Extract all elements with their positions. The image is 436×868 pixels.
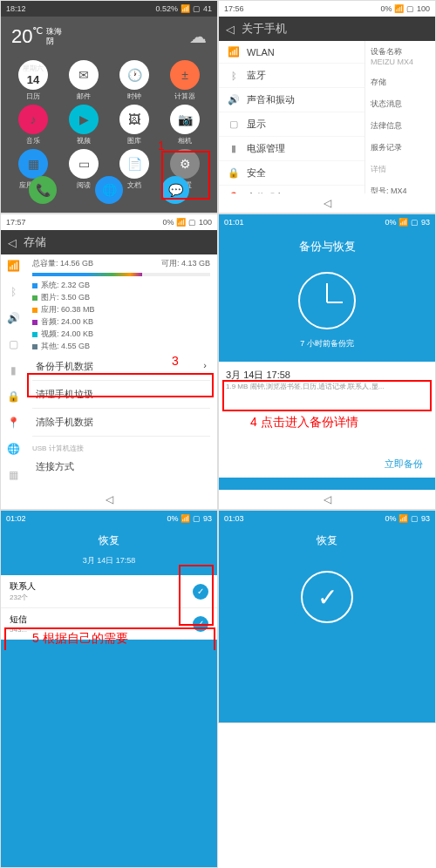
highlight-1: [161, 151, 210, 200]
about-details: 设备名称MEIZU MX4 存储状态消息法律信息服务记录 详情 型号: MX4 …: [365, 41, 435, 213]
annotation-5: 5 根据自己的需要: [32, 631, 128, 647]
item-power[interactable]: ▮电源管理: [219, 137, 364, 161]
restore-done: 01:030%📶 ▢93 恢复 ✓: [218, 510, 436, 723]
nav-bar[interactable]: ◁: [1, 490, 217, 509]
app-calendar[interactable]: 星期六14日历: [10, 60, 57, 101]
lock-icon: 🔒: [228, 167, 240, 179]
storage-legend: 系统: 2.32 GB图片: 3.50 GB应用: 60.38 MB音频: 24…: [32, 280, 210, 352]
status-bar: 17:560%📶 ▢100: [219, 1, 435, 17]
clock-icon: [298, 272, 356, 329]
volume-icon: 🔊: [228, 94, 240, 105]
wifi-icon: 📶: [228, 46, 240, 58]
bluetooth-icon: ᛒ: [228, 71, 240, 81]
storage-bar: [32, 273, 210, 276]
status-bar: 18:12 0.52%📶▢41: [1, 1, 217, 17]
phone-icon[interactable]: 📞: [29, 176, 57, 204]
app-calc[interactable]: ±计算器: [161, 60, 208, 101]
chevron-right-icon: ›: [203, 360, 207, 373]
backup-ago: 7 小时前备份完: [219, 338, 435, 349]
header: 备份与恢复: [219, 230, 435, 263]
app-mail[interactable]: ✉邮件: [60, 60, 107, 101]
item-bt[interactable]: ᛒ蓝牙: [219, 64, 364, 88]
browser-icon[interactable]: 🌐: [95, 176, 123, 204]
header: 恢复: [219, 526, 435, 555]
back-icon[interactable]: ◁: [226, 23, 235, 36]
battery-icon: ▮: [228, 143, 240, 154]
backup-now[interactable]: 立即备份: [219, 451, 435, 478]
highlight-4: [222, 380, 432, 411]
clock: 18:12: [6, 4, 26, 13]
item-sound[interactable]: 🔊声音和振动: [219, 88, 364, 112]
backup-screen: 01:010%📶 ▢93 备份与恢复 7 小时前备份完 3月 14日 17:58…: [218, 214, 436, 510]
header: ◁关于手机: [219, 17, 435, 41]
cloud-icon: ☁: [189, 26, 207, 47]
done-check-icon: ✓: [301, 571, 353, 623]
highlight-3: [27, 373, 214, 397]
display-icon: ▢: [228, 119, 240, 130]
storage-screen: 17:570%📶 ▢100 ◁存储 📶ᛒ🔊▢▮🔒📍🌐▦✋ⓘ 总容量: 14.56…: [0, 214, 218, 510]
app-clock[interactable]: 🕐时钟: [111, 60, 158, 101]
settings-about: 17:560%📶 ▢100 ◁关于手机 📶WLAN ᛒ蓝牙 🔊声音和振动 ▢显示…: [218, 0, 436, 214]
nav-bar[interactable]: ◁: [219, 490, 435, 509]
erase-data[interactable]: 清除手机数据: [32, 409, 210, 437]
item-wlan[interactable]: 📶WLAN: [219, 41, 364, 64]
nav-bar[interactable]: ◁: [219, 193, 435, 213]
home-screen: 18:12 0.52%📶▢41 20℃ 珠海阴 ☁ 星期六14日历 ✉邮件 🕐时…: [0, 0, 218, 214]
highlight-5a: [179, 565, 214, 626]
icon-rail: 📶ᛒ🔊▢▮🔒📍🌐▦✋ⓘ: [1, 254, 25, 509]
weather-widget[interactable]: 20℃ 珠海阴 ☁: [1, 17, 217, 57]
annotation-3: 3: [172, 354, 179, 368]
app-gallery[interactable]: 🖼图库: [111, 105, 158, 146]
connect-mode[interactable]: 连接方式: [32, 453, 210, 480]
item-security[interactable]: 🔒安全: [219, 161, 364, 186]
header: 恢复: [1, 526, 217, 555]
app-camera[interactable]: 📷相机: [161, 105, 208, 146]
app-video[interactable]: ▶视频: [60, 105, 107, 146]
wifi-icon: 📶: [181, 4, 190, 13]
item-display[interactable]: ▢显示: [219, 112, 364, 137]
annotation-1: 1: [158, 139, 165, 153]
app-music[interactable]: ♪音乐: [10, 105, 57, 146]
battery-icon: ▢: [193, 4, 201, 13]
annotation-4: 4 点击进入备份详情: [250, 415, 358, 431]
restore-select: 01:020%📶 ▢93 恢复 3月 14日 17:58 联系人232个✓ 短信…: [0, 510, 218, 868]
settings-list: 📶WLAN ᛒ蓝牙 🔊声音和振动 ▢显示 ▮电源管理 🔒安全 📍定位服务 🌐语言…: [219, 41, 365, 213]
back-icon[interactable]: ◁: [8, 236, 17, 249]
